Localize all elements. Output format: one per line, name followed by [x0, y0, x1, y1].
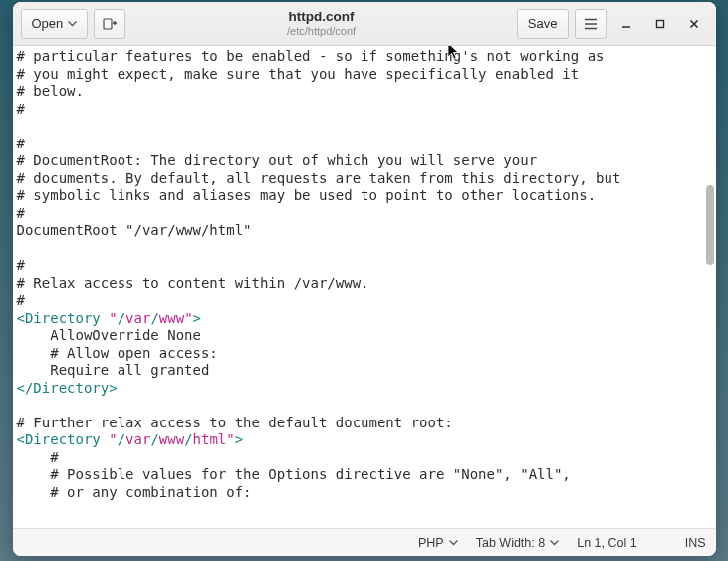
minimize-button[interactable]	[612, 10, 640, 38]
editor-area[interactable]: # particular features to be enabled - so…	[13, 46, 716, 528]
open-button-label: Open	[32, 16, 64, 31]
svg-rect-0	[104, 19, 112, 29]
cursor-position[interactable]: Ln 1, Col 1	[577, 536, 636, 550]
new-tab-button[interactable]	[94, 9, 125, 39]
menu-button[interactable]	[575, 9, 607, 39]
minimize-icon	[621, 19, 631, 29]
maximize-button[interactable]	[646, 10, 674, 38]
tab-width-label: Tab Width: 8	[476, 536, 545, 550]
vertical-scrollbar[interactable]	[704, 46, 716, 528]
insert-mode[interactable]: INS	[685, 536, 706, 550]
document-title: httpd.conf	[289, 9, 355, 25]
statusbar: PHP Tab Width: 8 Ln 1, Col 1 INS	[13, 528, 716, 556]
headerbar: Open httpd.conf /etc/httpd/conf Save	[13, 2, 716, 46]
cursor-position-label: Ln 1, Col 1	[577, 536, 636, 550]
language-selector[interactable]: PHP	[418, 536, 458, 550]
insert-mode-label: INS	[685, 536, 706, 550]
maximize-icon	[655, 19, 665, 29]
save-button-label: Save	[528, 16, 558, 31]
new-document-icon	[102, 16, 118, 32]
scrollbar-thumb[interactable]	[706, 185, 714, 265]
hamburger-icon	[584, 18, 598, 30]
close-button[interactable]	[680, 10, 708, 38]
document-path: /etc/httpd/conf	[287, 25, 356, 38]
save-button[interactable]: Save	[517, 9, 569, 39]
open-button[interactable]: Open	[21, 9, 89, 39]
language-label: PHP	[418, 536, 444, 550]
tab-width-selector[interactable]: Tab Width: 8	[476, 536, 559, 550]
svg-rect-1	[656, 20, 663, 27]
title-block: httpd.conf /etc/httpd/conf	[131, 9, 511, 37]
code-view[interactable]: # particular features to be enabled - so…	[13, 46, 704, 528]
chevron-down-icon	[449, 540, 458, 546]
editor-window: Open httpd.conf /etc/httpd/conf Save	[13, 2, 716, 556]
chevron-down-icon	[68, 21, 77, 27]
chevron-down-icon	[550, 540, 559, 546]
close-icon	[689, 19, 699, 29]
